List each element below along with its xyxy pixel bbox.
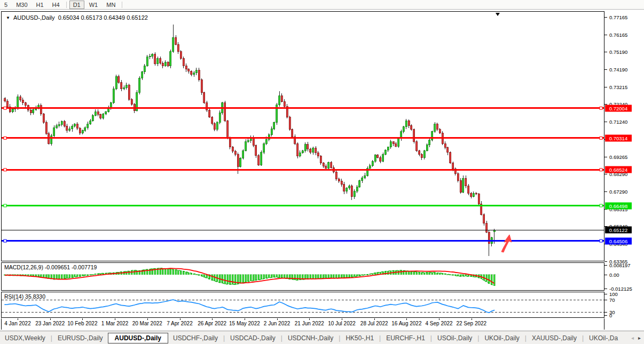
time-axis-label: 16 Aug 2022 — [391, 321, 421, 326]
time-axis-label: 7 Apr 2022 — [167, 321, 192, 326]
chart-title: ▼AUDUSD-,Daily 0.65034 0.65173 0.64349 0… — [6, 14, 148, 21]
time-axis-label: 2 Jun 2022 — [264, 321, 290, 326]
timeframe-toolbar: 5M30H1H4D1W1MN — [0, 0, 644, 10]
timeframe-button-5[interactable]: 5 — [1, 1, 11, 9]
chart-tabs-bar: USDX,Weekly|EURUSD-,DailyAUDUSD-,DailyUS… — [0, 331, 644, 344]
macd-indicator-panel[interactable]: MACD(12,26,9) -0.009651 -0.007719 — [1, 262, 604, 291]
rsi-tick-label: 0 — [609, 313, 612, 318]
time-axis-tick — [50, 318, 51, 320]
time-axis-tick — [406, 318, 407, 320]
price-line-label: 0.66498 — [605, 202, 632, 209]
price-tick-mark — [604, 87, 607, 87]
price-tick-label: 0.77165 — [609, 14, 627, 20]
chart-tab-usdx-weekly[interactable]: USDX,Weekly — [0, 333, 50, 343]
tab-scroll-left-icon[interactable]: ◂ — [631, 335, 634, 341]
chart-tab-usdcad-daily[interactable]: USDCAD-,Daily — [225, 333, 280, 343]
time-axis-label: 26 Apr 2022 — [198, 321, 226, 326]
timeframe-button-h1[interactable]: H1 — [33, 1, 48, 9]
time-axis-label: 28 Jul 2022 — [360, 321, 388, 326]
price-line-label: 0.72004 — [605, 105, 632, 111]
price-tick-label: 0.67290 — [609, 189, 627, 195]
chart-tab-hk50-h1[interactable]: HK50-,H1 — [341, 333, 379, 343]
price-axis[interactable]: 0.771650.761650.751900.741900.732150.722… — [604, 11, 644, 330]
price-tick-mark — [604, 52, 607, 52]
tab-scroll-right-icon[interactable]: ▸ — [638, 335, 641, 341]
time-axis-label: 1 Mar 2022 — [101, 321, 129, 326]
chart-tab-ukoil-daily[interactable]: UKOil-,Daily — [480, 333, 524, 343]
macd-tick-mark — [604, 265, 607, 266]
rsi-tick-label: 70 — [609, 297, 615, 303]
chart-ohlc-values: 0.65034 0.65173 0.64349 0.65122 — [58, 14, 148, 21]
timeframe-button-w1[interactable]: W1 — [85, 1, 102, 9]
price-tick-label: 0.76165 — [609, 31, 627, 37]
chart-symbol-label: AUDUSD-,Daily — [13, 14, 55, 21]
price-tick-mark — [604, 261, 607, 262]
time-axis-label: 20 Mar 2022 — [132, 321, 162, 326]
rsi-chart-canvas[interactable] — [2, 292, 604, 317]
time-axis-tick — [180, 318, 180, 320]
rsi-indicator-panel[interactable]: RSI(14) 35.8330 — [1, 292, 604, 318]
chevron-down-icon[interactable]: ▼ — [6, 15, 10, 20]
time-axis-label: 4 Jan 2022 — [4, 321, 31, 326]
macd-tick-mark — [604, 289, 607, 289]
price-line-label: 0.68524 — [605, 166, 632, 173]
price-tick-mark — [604, 174, 607, 174]
toolbar-separator — [122, 2, 122, 8]
price-tick-label: 0.75190 — [609, 49, 627, 55]
chart-tab-xauusd-daily[interactable]: XAUUSD-,Daily — [527, 333, 582, 343]
price-tick-mark — [604, 191, 607, 192]
price-tick-label: 0.71240 — [609, 119, 627, 125]
price-tick-label: 0.73215 — [609, 84, 627, 90]
time-axis-tick — [82, 318, 83, 320]
chart-tab-eurusd-daily[interactable]: EURUSD-,Daily — [53, 333, 108, 343]
macd-tick-label: 0.008197 — [609, 262, 631, 268]
price-tick-mark — [604, 157, 607, 157]
rsi-tick-mark — [604, 294, 607, 294]
time-axis-label: 10 Jul 2022 — [328, 321, 356, 326]
price-line-label: 0.65122 — [605, 227, 632, 234]
time-axis-label: 10 Feb 2022 — [67, 321, 97, 326]
rsi-tick-mark — [604, 300, 607, 300]
time-axis-label: 21 Jun 2022 — [295, 321, 324, 326]
time-axis-tick — [342, 318, 342, 320]
price-line-label: 0.64506 — [605, 237, 632, 244]
chart-tab-usoil-daily[interactable]: USOil-,Daily — [433, 333, 477, 343]
chart-tab-audusd-daily[interactable]: AUDUSD-,Daily — [108, 333, 168, 343]
timeframe-button-h4[interactable]: H4 — [49, 1, 64, 9]
rsi-tick-mark — [604, 315, 607, 316]
time-axis-tick — [277, 318, 278, 320]
chart-tab-usdcnh-daily[interactable]: USDCNH-,Daily — [283, 333, 338, 343]
price-tick-mark — [604, 122, 607, 122]
time-axis-tick — [18, 318, 18, 320]
time-axis-tick — [245, 318, 245, 320]
time-axis-tick — [472, 318, 472, 320]
chart-shift-marker-icon[interactable] — [496, 13, 500, 16]
time-axis-label: 22 Sep 2022 — [456, 321, 486, 326]
timeframe-button-d1[interactable]: D1 — [69, 1, 84, 9]
candlestick-chart-canvas[interactable] — [2, 12, 604, 261]
price-line-label: 0.70314 — [605, 134, 632, 141]
trading-platform-window: 5M30H1H4D1W1MN ▼AUDUSD-,Daily 0.65034 0.… — [0, 0, 644, 344]
chart-tab-ukoil-da[interactable]: UKOil-,Da — [584, 333, 623, 343]
price-tick-label: 0.69265 — [609, 154, 627, 159]
toolbar-separator — [66, 2, 67, 8]
chart-tab-usdchf-daily[interactable]: USDCHF-,Daily — [168, 333, 223, 343]
chart-tab-eurchf-h1[interactable]: EURCHF-,H1 — [381, 333, 430, 343]
time-axis-label: 23 Jan 2022 — [35, 321, 65, 326]
macd-tick-label: 0.00 — [609, 271, 619, 277]
time-axis-tick — [115, 318, 115, 320]
timeframe-button-mn[interactable]: MN — [103, 1, 119, 9]
macd-label: MACD(12,26,9) -0.009651 -0.007719 — [4, 264, 97, 270]
time-axis[interactable]: 4 Jan 202223 Jan 202210 Feb 20221 Mar 20… — [1, 318, 604, 330]
price-tick-mark — [604, 35, 607, 35]
timeframe-button-m30[interactable]: M30 — [12, 1, 31, 9]
price-tick-mark — [604, 17, 607, 18]
time-axis-tick — [439, 318, 439, 320]
macd-tick-mark — [604, 275, 607, 275]
tab-scroll-arrows: ◂▸ — [631, 335, 644, 341]
price-chart-panel[interactable]: ▼AUDUSD-,Daily 0.65034 0.65173 0.64349 0… — [1, 11, 604, 261]
price-tick-mark — [604, 69, 607, 70]
time-axis-label: 15 May 2022 — [229, 321, 260, 326]
time-axis-tick — [309, 318, 310, 320]
time-axis-tick — [212, 318, 213, 320]
